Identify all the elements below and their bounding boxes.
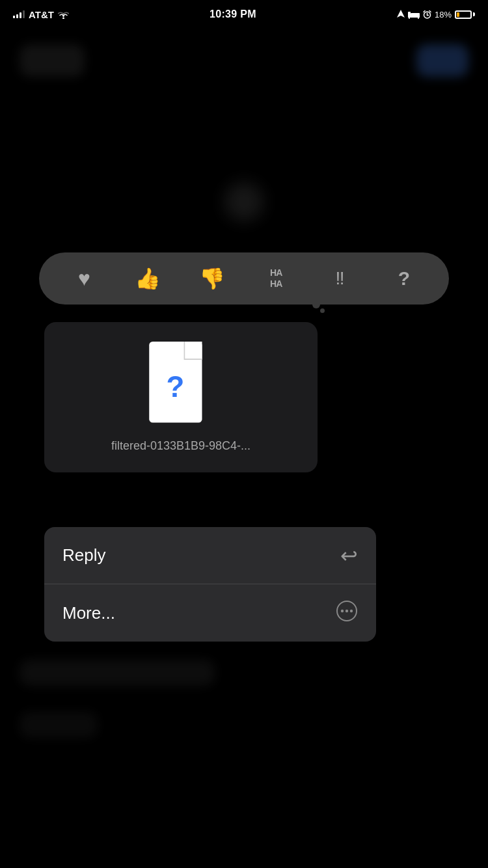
file-icon: ?: [139, 342, 223, 426]
carrier-label: AT&T: [29, 9, 54, 20]
svg-rect-3: [411, 13, 420, 16]
exclaim-icon: ‼: [335, 269, 344, 288]
battery-icon: [455, 10, 475, 19]
reaction-thumbsup[interactable]: 👍: [131, 262, 164, 295]
reaction-bar: ♥ 👍 👎 HAHA ‼ ?: [39, 252, 449, 305]
signal-bar-1: [13, 16, 15, 18]
context-menu: Reply ↩ More...: [44, 527, 376, 642]
svg-line-10: [424, 11, 425, 12]
reaction-tail-2: [320, 308, 325, 313]
reaction-exclaim[interactable]: ‼: [323, 262, 356, 295]
svg-point-16: [346, 609, 348, 612]
more-circle-icon: [336, 600, 358, 622]
battery-fill: [457, 12, 459, 17]
reaction-thumbsdown[interactable]: 👎: [196, 262, 228, 295]
thumbsdown-icon: 👎: [199, 268, 225, 289]
signal-bar-3: [20, 12, 21, 18]
svg-text:?: ?: [166, 370, 184, 403]
svg-rect-5: [409, 17, 410, 19]
reply-label: Reply: [62, 545, 105, 565]
more-icon: [336, 600, 358, 627]
question-icon: ?: [398, 269, 410, 288]
message-bubble: ? filtered-0133B1B9-98C4-...: [44, 322, 318, 472]
reaction-heart[interactable]: ♥: [68, 262, 100, 295]
reply-menu-item[interactable]: Reply ↩: [44, 527, 376, 584]
signal-bar-4: [23, 10, 25, 18]
file-icon-container: ?: [139, 342, 223, 426]
battery-body: [455, 10, 472, 19]
reaction-question[interactable]: ?: [388, 262, 420, 295]
signal-bars: [13, 10, 25, 18]
more-menu-item[interactable]: More...: [44, 584, 376, 642]
svg-line-11: [429, 11, 431, 12]
bed-icon: [408, 10, 420, 19]
thumbsup-icon: 👍: [135, 268, 161, 289]
reply-icon: ↩: [340, 543, 358, 568]
wifi-icon: [58, 10, 69, 19]
haha-icon: HAHA: [270, 267, 282, 290]
heart-icon: ♥: [78, 268, 90, 289]
status-time: 10:39 PM: [210, 8, 256, 20]
status-left: AT&T: [13, 9, 69, 20]
status-right: 18%: [397, 10, 475, 20]
file-name: filtered-0133B1B9-98C4-...: [111, 439, 251, 453]
status-bar: AT&T 10:39 PM: [0, 0, 488, 29]
svg-point-17: [350, 609, 353, 612]
svg-rect-2: [408, 12, 411, 16]
more-label: More...: [62, 603, 115, 623]
alarm-icon: [423, 10, 431, 19]
svg-rect-6: [418, 17, 419, 19]
reaction-haha[interactable]: HAHA: [260, 262, 292, 295]
svg-point-0: [62, 17, 64, 19]
battery-percent: 18%: [435, 10, 452, 20]
signal-bar-2: [16, 14, 18, 18]
battery-tip: [473, 12, 475, 16]
location-icon: [397, 10, 405, 19]
svg-point-15: [341, 609, 344, 612]
